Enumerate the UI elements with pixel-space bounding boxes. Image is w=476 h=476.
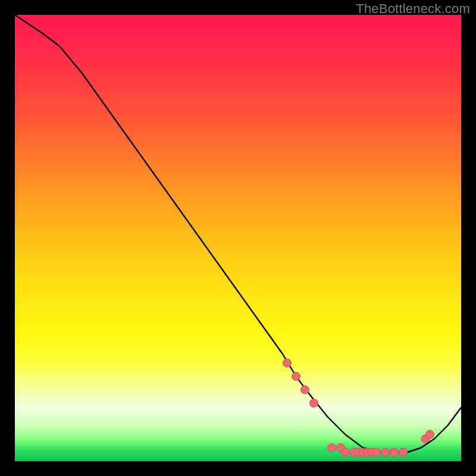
marker-dot <box>341 448 349 456</box>
bottleneck-curve <box>15 15 461 452</box>
marker-dot <box>372 448 381 456</box>
marker-dot <box>328 444 336 452</box>
marker-dot <box>301 386 309 394</box>
marker-dot <box>310 399 318 408</box>
marker-dot <box>426 430 434 439</box>
marker-dot <box>381 448 390 456</box>
chart-frame: TheBottleneck.com <box>0 0 476 476</box>
marker-dot <box>399 448 408 456</box>
marker-dot <box>390 448 399 456</box>
curve-svg <box>15 15 461 461</box>
marker-group <box>283 359 434 456</box>
marker-dot <box>283 359 292 367</box>
plot-area <box>15 15 461 461</box>
marker-dot <box>292 372 300 381</box>
watermark-text: TheBottleneck.com <box>356 1 470 17</box>
